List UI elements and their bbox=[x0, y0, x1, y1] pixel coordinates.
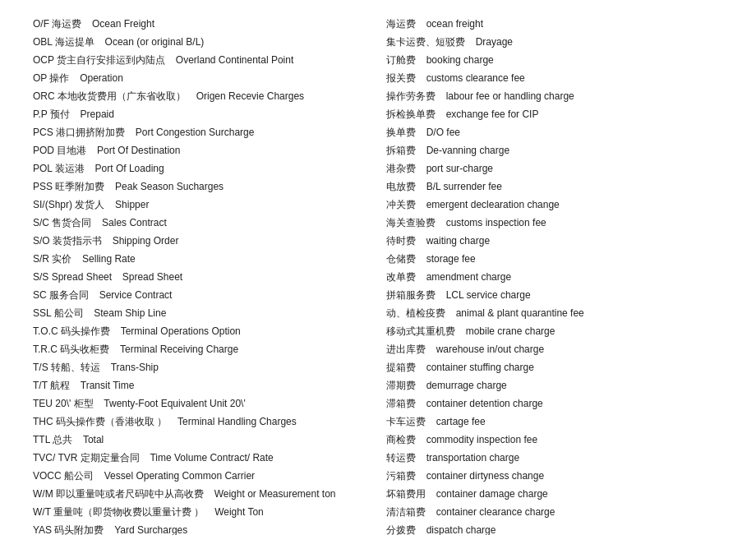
abbreviation: S/C bbox=[33, 217, 49, 228]
english-text: Spread Sheet bbox=[122, 271, 182, 283]
abbreviation: SC bbox=[33, 289, 47, 301]
english-text: commodity inspection fee bbox=[426, 434, 537, 445]
english-text: Total bbox=[83, 434, 104, 445]
abbreviation: T.R.C bbox=[33, 344, 58, 355]
right-entry: 转运费 transportation charge bbox=[386, 450, 723, 465]
english-text: Shipping Order bbox=[113, 235, 179, 247]
chinese-text: 拆箱费 bbox=[386, 145, 416, 156]
english-text: Transit Time bbox=[81, 380, 135, 391]
english-text: Twenty-Foot Equivalent Unit 20\' bbox=[104, 398, 245, 409]
english-text: Steam Ship Line bbox=[94, 307, 166, 319]
chinese-text: 移动式其重机费 bbox=[386, 325, 455, 337]
chinese-text: 待时费 bbox=[386, 235, 416, 247]
abbreviation: PSS bbox=[33, 181, 53, 192]
english-text: Port Of Destination bbox=[97, 145, 180, 156]
english-text: Trans-Ship bbox=[111, 362, 159, 373]
english-text: animal & plant quarantine fee bbox=[456, 307, 584, 319]
chinese-text: 船公司 bbox=[54, 307, 84, 319]
english-text: Terminal Operations Option bbox=[121, 325, 241, 337]
english-text: transportation charge bbox=[426, 452, 519, 464]
left-entry: SI/(Shpr) 发货人 Shipper bbox=[33, 197, 362, 212]
chinese-text: 装货指示书 bbox=[53, 235, 102, 247]
chinese-text: 报关费 bbox=[386, 72, 416, 84]
english-text: Time Volume Contract/ Rate bbox=[150, 452, 273, 464]
english-text: Peak Season Sucharges bbox=[115, 181, 224, 192]
abbreviation: SI/(Shpr) bbox=[33, 199, 72, 210]
right-entry: 移动式其重机费 mobile crane charge bbox=[386, 324, 723, 339]
chinese-text: 航程 bbox=[50, 380, 70, 391]
chinese-text: 海运提单 bbox=[55, 36, 94, 48]
english-text: B/L surrender fee bbox=[426, 181, 502, 192]
chinese-text: 海运费 bbox=[386, 18, 416, 30]
left-entry: OCP 货主自行安排运到内陆点 Overland Continental Poi… bbox=[33, 53, 362, 67]
left-entry: T.R.C 码头收柜费 Terminal Receiving Charge bbox=[33, 342, 362, 357]
chinese-text: 海关查验费 bbox=[386, 217, 436, 228]
english-text: labour fee or handling charge bbox=[446, 90, 574, 102]
left-entry: P.P 预付 Prepaid bbox=[33, 107, 362, 122]
abbreviation: ORC bbox=[33, 90, 55, 102]
abbreviation: POD bbox=[33, 145, 54, 156]
chinese-text: Spread Sheet bbox=[52, 271, 112, 283]
chinese-text: 转船、转运 bbox=[51, 362, 100, 373]
english-text: Origen Recevie Charges bbox=[196, 90, 304, 102]
english-text: warehouse in/out charge bbox=[436, 344, 544, 355]
abbreviation: TTL bbox=[33, 434, 50, 445]
english-text: dispatch charge bbox=[426, 524, 496, 535]
chinese-text: 集卡运费、短驳费 bbox=[386, 36, 465, 48]
english-text: port sur-charge bbox=[426, 163, 493, 174]
chinese-text: 码头操作费 bbox=[61, 325, 110, 337]
abbreviation: VOCC bbox=[33, 470, 62, 482]
english-text: Yard Surcharges bbox=[114, 524, 187, 535]
chinese-text: 码头收柜费 bbox=[60, 344, 109, 355]
abbreviation: TVC/ TVR bbox=[33, 452, 77, 464]
right-entry: 港杂费 port sur-charge bbox=[386, 161, 723, 176]
chinese-text: 提箱费 bbox=[386, 362, 416, 373]
chinese-text: 海运费 bbox=[52, 18, 81, 30]
left-entry: YAS 码头附加费 Yard Surcharges bbox=[33, 523, 362, 535]
chinese-text: 电放费 bbox=[386, 181, 416, 192]
english-text: customs clearance fee bbox=[426, 72, 525, 84]
right-entry: 电放费 B/L surrender fee bbox=[386, 179, 723, 194]
abbreviation: W/M bbox=[33, 488, 53, 500]
right-entry: 操作劳务费 labour fee or handling charge bbox=[386, 89, 723, 104]
left-entry: POL 装运港 Port Of Loading bbox=[33, 161, 362, 176]
english-text: Weight or Measurement ton bbox=[214, 488, 336, 500]
chinese-text: 船公司 bbox=[64, 470, 94, 482]
chinese-text: 操作劳务费 bbox=[386, 90, 436, 102]
abbreviation: OCP bbox=[33, 54, 54, 66]
chinese-text: 卡车运费 bbox=[386, 416, 426, 427]
abbreviation: YAS bbox=[33, 524, 52, 535]
chinese-text: 仓储费 bbox=[386, 253, 416, 265]
chinese-text: 商检费 bbox=[386, 434, 416, 445]
left-entry: SSL 船公司 Steam Ship Line bbox=[33, 306, 362, 321]
chinese-text: 清洁箱费 bbox=[386, 506, 426, 518]
left-entry: PSS 旺季附加费 Peak Season Sucharges bbox=[33, 179, 362, 194]
chinese-text: 即以重量吨或者尺码吨中从高收费 bbox=[56, 488, 204, 500]
english-text: container stuffing charge bbox=[426, 362, 534, 373]
abbreviation: O/F bbox=[33, 18, 49, 30]
chinese-text: 预付 bbox=[50, 108, 70, 120]
chinese-text: 20\' 柜型 bbox=[55, 398, 93, 409]
right-entry: 清洁箱费 container clearance charge bbox=[386, 505, 723, 519]
english-text: Selling Rate bbox=[82, 253, 136, 265]
chinese-text: 港杂费 bbox=[386, 163, 416, 174]
abbreviation: OP bbox=[33, 72, 47, 84]
english-text: Port Of Loading bbox=[95, 163, 164, 174]
left-entry: TTL 总共 Total bbox=[33, 432, 362, 447]
right-entry: 海关查验费 customs inspection fee bbox=[386, 215, 723, 230]
abbreviation: P.P bbox=[33, 108, 48, 120]
chinese-text: 发货人 bbox=[75, 199, 104, 210]
right-entry: 拆箱费 De-vanning charge bbox=[386, 143, 723, 158]
english-text: booking charge bbox=[426, 54, 494, 66]
right-entry: 进出库费 warehouse in/out charge bbox=[386, 342, 723, 357]
right-entry: 报关费 customs clearance fee bbox=[386, 71, 723, 85]
left-entry: S/C 售货合同 Sales Contract bbox=[33, 215, 362, 230]
right-entry: 滞期费 demurrage charge bbox=[386, 378, 723, 393]
abbreviation: THC bbox=[33, 416, 53, 427]
abbreviation: T.O.C bbox=[33, 325, 58, 337]
chinese-text: 码头操作费（香港收取 ） bbox=[56, 416, 167, 427]
right-entry: 拆检换单费 exchange fee for CIP bbox=[386, 107, 723, 122]
right-entry: 动、植检疫费 animal & plant quarantine fee bbox=[386, 306, 723, 321]
abbreviation: SSL bbox=[33, 307, 51, 319]
right-entry: 集卡运费、短驳费 Drayage bbox=[386, 35, 723, 49]
